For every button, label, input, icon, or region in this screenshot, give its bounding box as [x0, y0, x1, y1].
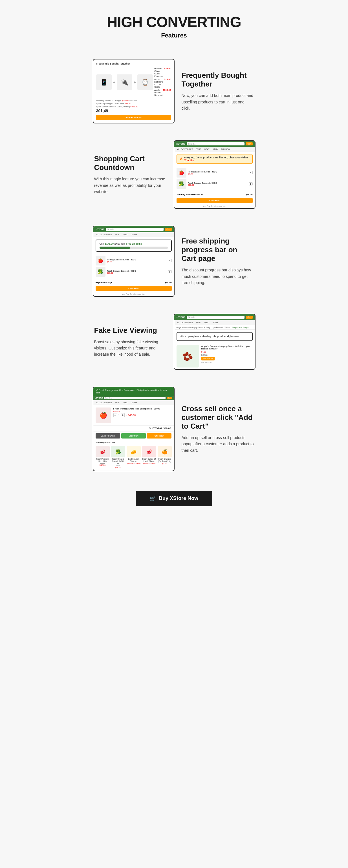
buy-xstore-button[interactable]: 🛒 Buy XStore Now	[136, 491, 212, 506]
cart-icon: 🛒	[150, 495, 156, 502]
countdown-time: 07m 17s	[184, 159, 194, 162]
nav-mini-countdown: ALL CATEGORIES FRUIT MEAT DAIRY BUY NOW	[174, 147, 255, 152]
shipping-text-block: Free shipping progress bar on Cart page …	[180, 234, 256, 289]
countdown-text: Shopping Cart Countdown With this magic …	[93, 152, 168, 198]
cart-total-shipping: Report to Shop $18.00	[93, 280, 174, 285]
cs-suggestion-2: 🥦 Fresh Organic Broccoli 8o 500 G $6.00 …	[111, 446, 125, 468]
fbt-mockup: Frequently Bought Together 📱 + 🔌 + ⌚ Hoo…	[93, 59, 175, 123]
store-logo-viewing: xSTORE	[177, 316, 185, 318]
feature-crosssell: ✓ Fresh Pomegranate Red Jonaprince - 800…	[87, 378, 261, 479]
fbt-mock-title: Frequently Bought Together	[96, 62, 171, 65]
cart-row-shipping-1: 🍅 Pomegranate Red Jona - 800 G $8.00 1	[96, 256, 172, 266]
cs-actions: Back To Shop View Cart Checkout	[93, 431, 174, 440]
countdown-banner: 🔥 Hurry up, these products are limited, …	[177, 154, 253, 164]
fire-icon: 🔥	[180, 158, 183, 160]
countdown-mockup: xSTORE Search... Cart ALL CATEGORIES FRU…	[174, 141, 256, 209]
fbt-product-3: ⌚	[137, 74, 153, 90]
fbt-add-all-btn[interactable]: Add All To Cart	[96, 115, 171, 120]
you-may-like-countdown: You Pay Be Interested In...	[174, 204, 255, 208]
countdown-heading: Shopping Cart Countdown	[94, 154, 167, 172]
cart-row-1: 🍅 Pomegranate Red Jona - 800 G $8.00 1	[177, 168, 253, 178]
cs-product-row: 🍎 Fresh Pomegranate Red Jonaprince - 800…	[93, 405, 174, 426]
cs-store-header: xSTORE Search... Cart	[93, 396, 174, 400]
cart-qty-shipping-2[interactable]: 1	[168, 270, 172, 273]
cart-row-shipping-2: 🥦 Fresh Organic Broccoli - 500 G $10.00 …	[96, 267, 172, 277]
cart-item-img-2: 🥦	[177, 179, 186, 189]
cs-product-info: Fresh Pomegranate Red Jonaprince - 800 G…	[113, 407, 172, 418]
cs-qty-plus[interactable]: +	[121, 413, 125, 417]
fbt-description: Now, you can add both main product and u…	[182, 92, 254, 111]
fbt-plus-1: +	[113, 80, 115, 85]
cart-item-img-shipping-2: 🥦	[96, 267, 106, 277]
cart-item-details-shipping-2: Fresh Organic Broccoli - 500 G $10.00	[107, 270, 166, 274]
viewing-banner: 👁 17 people are viewing this product rig…	[177, 332, 253, 341]
buy-section: 🛒 Buy XStore Now	[87, 479, 261, 520]
fbt-products-row: 📱 + 🔌 + ⌚ Hoobar Glass Oven Protector $2…	[96, 67, 171, 97]
store-header-countdown: xSTORE Search... Cart	[174, 141, 255, 147]
store-cart-countdown: Cart	[246, 142, 252, 146]
cart-qty-shipping-1[interactable]: 1	[168, 259, 172, 262]
cs-nav: ALL CATEGORIES FRUIT MEAT DAIRY	[93, 400, 174, 405]
product-info-viewing: Angie's Boomchickapop Sweet & Salty Lupi…	[201, 345, 253, 368]
cs-back-btn[interactable]: Back To Shop	[96, 433, 120, 438]
store-search-viewing: Search...	[187, 316, 244, 319]
checkout-btn-countdown[interactable]: Checkout	[177, 198, 253, 203]
cart-content-countdown: 🍅 Pomegranate Red Jona - 800 G $8.00 1 🥦…	[174, 166, 255, 192]
cs-may-like: You May Also Like...	[93, 440, 174, 445]
checkout-btn-shipping[interactable]: Checkout	[96, 286, 172, 291]
cart-qty-1[interactable]: 1	[249, 171, 253, 174]
product-img-viewing: 🫘	[177, 345, 199, 368]
cs-subtotal-value: $40.00	[163, 427, 171, 430]
store-search-countdown: Search...	[187, 142, 244, 146]
cart-item-img-1: 🍅	[177, 168, 186, 178]
shipping-description: The discount progress bar displays how m…	[182, 267, 254, 286]
countdown-text: Hurry up, these products are limited, ch…	[184, 156, 250, 162]
cs-product-img: 🍎	[96, 407, 111, 423]
shipping-image-container: xSTORE Search... Cart ALL CATEGORIES FRU…	[93, 226, 175, 297]
cs-suggestion-3: 🧀 Best Spanish Cheeses $30.00 - $36.00	[127, 446, 141, 468]
eye-icon: 👁	[180, 335, 183, 338]
cs-suggestion-1: 🥩 Fresh Premium Beef 1 Kg $59.00 $42.00	[96, 446, 110, 468]
cs-checkout-btn[interactable]: Checkout	[147, 433, 171, 438]
cs-qty-minus[interactable]: −	[113, 413, 117, 417]
nav-mini-viewing: ALL CATEGORIES FRUIT MEAT DAIRY	[174, 320, 255, 325]
cart-item-details-1: Pomegranate Red Jona - 800 G $8.00	[188, 171, 247, 175]
crosssell-image-container: ✓ Fresh Pomegranate Red Jonaprince - 800…	[93, 386, 175, 471]
hero-subtitle: Features	[96, 32, 253, 39]
cs-qty-value: 1	[118, 414, 120, 416]
store-header-shipping: xSTORE Search... Cart	[93, 226, 174, 232]
cs-cart-btn[interactable]: View Cart	[121, 433, 146, 438]
cart-content-shipping: 🍅 Pomegranate Red Jona - 800 G $8.00 1 🥦…	[93, 254, 174, 280]
feature-shipping: xSTORE Search... Cart ALL CATEGORIES FRU…	[87, 217, 261, 305]
cs-subtotal-row: SUBTOTAL $40.00	[93, 426, 174, 431]
cs-product-name: Fresh Pomegranate Red Jonaprince - 800 G	[113, 407, 172, 410]
viewing-text-block: Fake Live Viewing Boost sales by showing…	[93, 323, 168, 361]
store-logo-countdown: xSTORE	[177, 143, 185, 145]
hero-title: HIGH CONVERTING	[96, 14, 253, 30]
fbt-text: Frequently Bought Together Now, you can …	[180, 68, 256, 115]
shipping-heading: Free shipping progress bar on Cart page	[182, 237, 254, 263]
shipping-bar-background	[99, 247, 168, 249]
viewing-text: 17 people are viewing this product right…	[185, 335, 239, 338]
crosssell-description: Add an up-sell or cross-sell products po…	[182, 435, 254, 454]
shipping-banner: Only $178.00 away from Free Shipping	[96, 240, 172, 252]
add-to-cart-viewing[interactable]: Add to Cart	[201, 357, 214, 361]
cs-notification: ✓ Fresh Pomegranate Red Jonaprince - 800…	[93, 387, 174, 396]
hero-section: HIGH CONVERTING Features	[87, 0, 261, 51]
cs-price: × $40.00	[126, 414, 136, 416]
cs-suggestion-4: 🥩 Fresh Cutlets Of Lamb T-Bone $5.00 - $…	[142, 446, 156, 468]
crosssell-text-block: Cross sell once a customer click "Add to…	[180, 402, 256, 457]
nav-mini-shipping: ALL CATEGORIES FRUIT MEAT DAIRY	[93, 232, 174, 237]
cs-suggestion-5: 🍊 Fresh Oranges (For Juice) 1 Kg $1.00	[157, 446, 172, 468]
cart-qty-2[interactable]: 1	[249, 182, 253, 185]
product-display-viewing: 🫘 Angie's Boomchickapop Sweet & Salty Lu…	[174, 343, 255, 369]
viewing-mockup: xSTORE Search... Cart ALL CATEGORIES FRU…	[174, 314, 256, 370]
viewing-image-container: xSTORE Search... Cart ALL CATEGORIES FRU…	[174, 314, 256, 370]
cart-item-details-2: Fresh Organic Broccoli - 500 G $10.00	[188, 182, 247, 186]
fbt-price-list: Hoobar Glass Oven Protector $29.00 Apple…	[154, 67, 171, 97]
fbt-total: 301,49	[96, 108, 171, 113]
viewing-description: Boost sales by showing fake viewing visi…	[94, 339, 167, 358]
feature-fbt: Frequently Bought Together 📱 + 🔌 + ⌚ Hoo…	[87, 51, 261, 132]
cs-remove[interactable]: Remove	[113, 411, 172, 412]
shipping-mockup: xSTORE Search... Cart ALL CATEGORIES FRU…	[93, 226, 175, 297]
